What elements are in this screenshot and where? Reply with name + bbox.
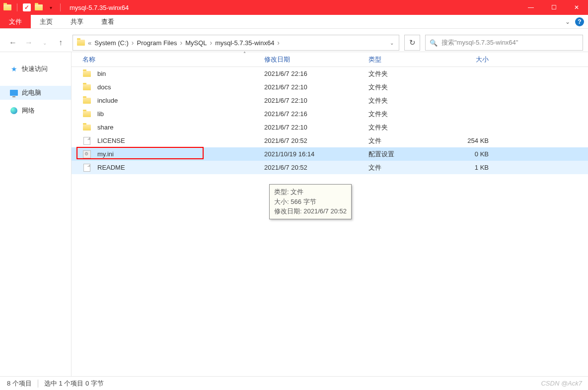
- tab-home[interactable]: 主页: [31, 15, 62, 28]
- file-date: 2021/6/7 22:16: [260, 110, 365, 118]
- maximize-button[interactable]: ☐: [542, 0, 565, 15]
- status-divider: [38, 380, 38, 388]
- folder-icon: [82, 110, 91, 119]
- file-name: LICENSE: [97, 137, 125, 144]
- file-type: 文件夹: [365, 96, 450, 105]
- file-date: 2021/6/7 22:16: [260, 70, 365, 77]
- search-input[interactable]: 🔍 搜索"mysql-5.7.35-winx64": [425, 35, 583, 51]
- tooltip-date: 修改日期: 2021/6/7 20:52: [274, 206, 347, 216]
- recent-dropdown[interactable]: ⌄: [38, 36, 52, 50]
- address-bar[interactable]: « System (C:) › Program Files › MySQL › …: [73, 35, 399, 51]
- tab-file[interactable]: 文件: [0, 15, 31, 28]
- address-dropdown-icon[interactable]: ⌄: [390, 40, 394, 46]
- main-area: ★ 快速访问 此电脑 网络 ˄ 名称 修改日期 类型 大小 bin2021/6/…: [0, 52, 588, 376]
- folder-icon: [82, 123, 91, 132]
- search-icon: 🔍: [430, 39, 438, 47]
- properties-icon[interactable]: ✓: [22, 3, 31, 12]
- file-row[interactable]: include2021/6/7 22:10文件夹: [72, 94, 588, 107]
- chevron-right-icon[interactable]: ›: [277, 39, 280, 47]
- file-date: 2021/6/7 22:10: [260, 124, 365, 131]
- chevron-right-icon[interactable]: ›: [210, 39, 212, 47]
- refresh-button[interactable]: ↻: [404, 35, 420, 51]
- file-row[interactable]: docs2021/6/7 22:10文件夹: [72, 80, 588, 94]
- column-header-name[interactable]: 名称: [72, 55, 260, 64]
- minimize-button[interactable]: —: [519, 0, 542, 15]
- search-placeholder: 搜索"mysql-5.7.35-winx64": [441, 38, 518, 47]
- file-date: 2021/10/19 16:14: [260, 150, 365, 158]
- sidebar-item-label: 此电脑: [22, 88, 41, 97]
- folder-icon: [82, 96, 91, 105]
- tooltip-type: 类型: 文件: [274, 187, 347, 197]
- file-name: README: [97, 164, 125, 171]
- breadcrumb-item[interactable]: System (C:): [93, 39, 130, 47]
- file-tooltip: 类型: 文件 大小: 566 字节 修改日期: 2021/6/7 20:52: [269, 184, 352, 219]
- pc-icon: [10, 89, 18, 97]
- column-header-date[interactable]: 修改日期: [260, 55, 365, 64]
- column-header-row: ˄ 名称 修改日期 类型 大小: [72, 52, 588, 67]
- breadcrumb-item[interactable]: MySQL: [184, 39, 208, 47]
- qat-dropdown-icon[interactable]: ▾: [46, 3, 55, 12]
- sidebar: ★ 快速访问 此电脑 网络: [0, 52, 72, 376]
- navigation-row: ← → ⌄ ↑ « System (C:) › Program Files › …: [0, 34, 588, 52]
- chevron-right-icon[interactable]: ›: [132, 39, 134, 47]
- file-type: 配置设置: [365, 150, 450, 159]
- chevron-right-icon[interactable]: ›: [180, 39, 182, 47]
- file-row[interactable]: my.ini2021/10/19 16:14配置设置0 KB: [72, 147, 588, 161]
- file-row[interactable]: LICENSE2021/6/7 20:52文件254 KB: [72, 134, 588, 147]
- file-date: 2021/6/7 22:10: [260, 83, 365, 91]
- tab-view[interactable]: 查看: [92, 15, 123, 28]
- file-type: 文件夹: [365, 123, 450, 132]
- file-row[interactable]: README2021/6/7 20:52文件1 KB: [72, 161, 588, 174]
- content-pane: ˄ 名称 修改日期 类型 大小 bin2021/6/7 22:16文件夹docs…: [72, 52, 588, 376]
- file-date: 2021/6/7 22:10: [260, 97, 365, 104]
- file-name: include: [97, 97, 118, 104]
- folder-icon: [82, 83, 91, 92]
- help-icon[interactable]: ?: [575, 17, 584, 26]
- tooltip-size: 大小: 566 字节: [274, 197, 347, 207]
- sidebar-item-label: 快速访问: [22, 65, 48, 73]
- sidebar-item-network[interactable]: 网络: [0, 104, 71, 118]
- status-item-count: 8 个项目: [7, 379, 32, 388]
- titlebar: ✓ ▾ mysql-5.7.35-winx64 — ☐ ✕: [0, 0, 588, 15]
- file-type: 文件: [365, 163, 450, 172]
- sort-indicator-icon: ˄: [243, 51, 246, 57]
- file-list: bin2021/6/7 22:16文件夹docs2021/6/7 22:10文件…: [72, 67, 588, 174]
- file-date: 2021/6/7 20:52: [260, 164, 365, 171]
- file-row[interactable]: bin2021/6/7 22:16文件夹: [72, 67, 588, 80]
- file-type: 文件夹: [365, 110, 450, 119]
- ribbon-collapse-icon[interactable]: ⌄: [565, 18, 570, 25]
- file-name: lib: [97, 110, 104, 118]
- folder-icon[interactable]: [3, 3, 12, 12]
- tab-share[interactable]: 共享: [62, 15, 92, 28]
- file-size: 1 KB: [450, 164, 500, 171]
- file-name: share: [97, 124, 114, 131]
- column-header-type[interactable]: 类型: [365, 55, 450, 64]
- file-size: 254 KB: [450, 137, 500, 144]
- file-type: 文件夹: [365, 83, 450, 92]
- file-icon: [82, 163, 91, 172]
- up-button[interactable]: ↑: [54, 36, 68, 50]
- forward-button[interactable]: →: [22, 36, 36, 50]
- breadcrumb-item[interactable]: mysql-5.7.35-winx64: [214, 39, 275, 47]
- file-size: 0 KB: [450, 150, 500, 158]
- ini-file-icon: [82, 150, 91, 159]
- network-icon: [10, 107, 18, 115]
- file-icon: [82, 136, 91, 145]
- file-date: 2021/6/7 20:52: [260, 137, 365, 144]
- ribbon: 文件 主页 共享 查看 ⌄ ?: [0, 15, 588, 29]
- window-title: mysql-5.7.35-winx64: [70, 4, 129, 11]
- file-row[interactable]: lib2021/6/7 22:16文件夹: [72, 107, 588, 121]
- quick-access-toolbar: ✓ ▾: [0, 3, 66, 12]
- file-type: 文件: [365, 136, 450, 145]
- new-folder-icon[interactable]: [34, 3, 43, 12]
- breadcrumb-item[interactable]: Program Files: [136, 39, 178, 47]
- folder-icon: [82, 69, 91, 78]
- file-row[interactable]: share2021/6/7 22:10文件夹: [72, 121, 588, 134]
- column-header-size[interactable]: 大小: [450, 55, 500, 64]
- back-button[interactable]: ←: [6, 36, 20, 50]
- file-type: 文件夹: [365, 69, 450, 78]
- sidebar-item-quick-access[interactable]: ★ 快速访问: [0, 62, 71, 76]
- close-button[interactable]: ✕: [565, 0, 588, 15]
- status-selection: 选中 1 个项目 0 字节: [44, 379, 104, 388]
- sidebar-item-this-pc[interactable]: 此电脑: [0, 86, 71, 100]
